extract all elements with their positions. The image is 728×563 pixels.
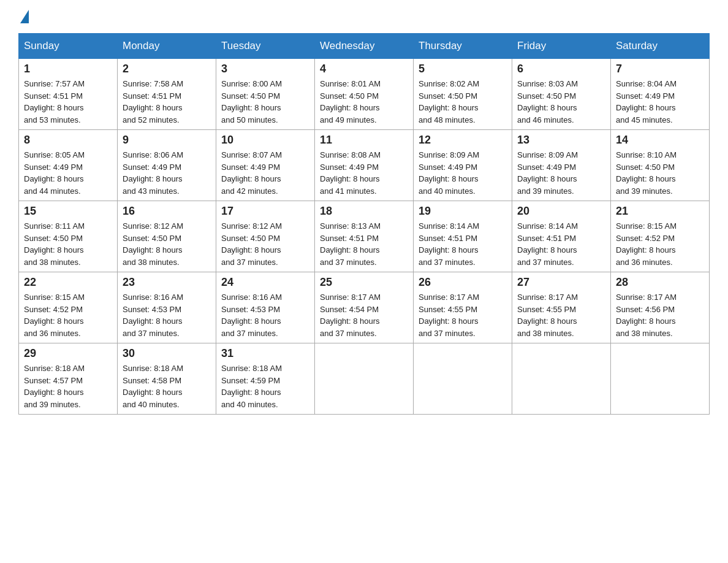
calendar-header-row: SundayMondayTuesdayWednesdayThursdayFrid…: [19, 34, 710, 59]
day-info: Sunrise: 8:05 AMSunset: 4:49 PMDaylight:…: [24, 149, 112, 197]
day-number: 11: [320, 134, 408, 147]
day-info: Sunrise: 8:08 AMSunset: 4:49 PMDaylight:…: [320, 149, 408, 197]
day-info: Sunrise: 8:15 AMSunset: 4:52 PMDaylight:…: [616, 220, 704, 268]
calendar-week-5: 29Sunrise: 8:18 AMSunset: 4:57 PMDayligh…: [19, 343, 710, 415]
calendar-cell: 7Sunrise: 8:04 AMSunset: 4:49 PMDaylight…: [611, 59, 710, 130]
calendar-cell: 1Sunrise: 7:57 AMSunset: 4:51 PMDaylight…: [19, 59, 118, 130]
day-number: 31: [221, 347, 309, 360]
day-info: Sunrise: 8:00 AMSunset: 4:50 PMDaylight:…: [221, 78, 309, 126]
calendar-cell: [414, 343, 512, 415]
day-info: Sunrise: 8:18 AMSunset: 4:59 PMDaylight:…: [221, 362, 309, 410]
logo-triangle-icon: [20, 10, 29, 23]
calendar-cell: 25Sunrise: 8:17 AMSunset: 4:54 PMDayligh…: [315, 272, 414, 343]
day-info: Sunrise: 8:03 AMSunset: 4:50 PMDaylight:…: [517, 78, 605, 126]
day-info: Sunrise: 8:17 AMSunset: 4:55 PMDaylight:…: [517, 291, 605, 339]
calendar-cell: 4Sunrise: 8:01 AMSunset: 4:50 PMDaylight…: [315, 59, 414, 130]
calendar-cell: [315, 343, 414, 415]
weekday-header-sunday: Sunday: [19, 34, 118, 59]
calendar-cell: 5Sunrise: 8:02 AMSunset: 4:50 PMDaylight…: [414, 59, 512, 130]
day-info: Sunrise: 8:09 AMSunset: 4:49 PMDaylight:…: [517, 149, 605, 197]
day-number: 20: [517, 205, 605, 218]
day-number: 10: [221, 134, 309, 147]
calendar-cell: 20Sunrise: 8:14 AMSunset: 4:51 PMDayligh…: [512, 201, 611, 272]
calendar-week-1: 1Sunrise: 7:57 AMSunset: 4:51 PMDaylight…: [19, 59, 710, 130]
day-info: Sunrise: 8:15 AMSunset: 4:52 PMDaylight:…: [24, 291, 112, 339]
calendar-week-2: 8Sunrise: 8:05 AMSunset: 4:49 PMDaylight…: [19, 130, 710, 201]
day-number: 12: [419, 134, 507, 147]
calendar-cell: 26Sunrise: 8:17 AMSunset: 4:55 PMDayligh…: [414, 272, 512, 343]
calendar-cell: 6Sunrise: 8:03 AMSunset: 4:50 PMDaylight…: [512, 59, 611, 130]
calendar-cell: 31Sunrise: 8:18 AMSunset: 4:59 PMDayligh…: [216, 343, 315, 415]
weekday-header-friday: Friday: [512, 34, 611, 59]
weekday-header-tuesday: Tuesday: [216, 34, 315, 59]
day-info: Sunrise: 8:12 AMSunset: 4:50 PMDaylight:…: [123, 220, 211, 268]
calendar-cell: 12Sunrise: 8:09 AMSunset: 4:49 PMDayligh…: [414, 130, 512, 201]
day-number: 13: [517, 134, 605, 147]
day-info: Sunrise: 8:10 AMSunset: 4:50 PMDaylight:…: [616, 149, 704, 197]
day-number: 4: [320, 63, 408, 75]
calendar-cell: 23Sunrise: 8:16 AMSunset: 4:53 PMDayligh…: [118, 272, 216, 343]
day-info: Sunrise: 8:12 AMSunset: 4:50 PMDaylight:…: [221, 220, 309, 268]
weekday-header-saturday: Saturday: [611, 34, 710, 59]
day-number: 8: [24, 134, 112, 147]
calendar-cell: 15Sunrise: 8:11 AMSunset: 4:50 PMDayligh…: [19, 201, 118, 272]
logo: [18, 12, 30, 21]
day-number: 6: [517, 63, 605, 75]
day-number: 26: [419, 276, 507, 289]
day-info: Sunrise: 7:57 AMSunset: 4:51 PMDaylight:…: [24, 78, 112, 126]
day-info: Sunrise: 8:18 AMSunset: 4:58 PMDaylight:…: [123, 362, 211, 410]
day-number: 25: [320, 276, 408, 289]
day-number: 9: [123, 134, 211, 147]
day-number: 2: [123, 63, 211, 75]
calendar-cell: 17Sunrise: 8:12 AMSunset: 4:50 PMDayligh…: [216, 201, 315, 272]
calendar-cell: 2Sunrise: 7:58 AMSunset: 4:51 PMDaylight…: [118, 59, 216, 130]
day-number: 7: [616, 63, 704, 75]
weekday-header-monday: Monday: [118, 34, 216, 59]
day-info: Sunrise: 8:09 AMSunset: 4:49 PMDaylight:…: [419, 149, 507, 197]
calendar-week-4: 22Sunrise: 8:15 AMSunset: 4:52 PMDayligh…: [19, 272, 710, 343]
calendar-cell: 11Sunrise: 8:08 AMSunset: 4:49 PMDayligh…: [315, 130, 414, 201]
calendar-cell: 14Sunrise: 8:10 AMSunset: 4:50 PMDayligh…: [611, 130, 710, 201]
calendar-cell: 30Sunrise: 8:18 AMSunset: 4:58 PMDayligh…: [118, 343, 216, 415]
weekday-header-wednesday: Wednesday: [315, 34, 414, 59]
day-number: 27: [517, 276, 605, 289]
calendar-cell: 16Sunrise: 8:12 AMSunset: 4:50 PMDayligh…: [118, 201, 216, 272]
day-info: Sunrise: 8:04 AMSunset: 4:49 PMDaylight:…: [616, 78, 704, 126]
day-info: Sunrise: 8:17 AMSunset: 4:55 PMDaylight:…: [419, 291, 507, 339]
day-number: 16: [123, 205, 211, 218]
day-number: 24: [221, 276, 309, 289]
day-info: Sunrise: 8:06 AMSunset: 4:49 PMDaylight:…: [123, 149, 211, 197]
day-info: Sunrise: 8:17 AMSunset: 4:54 PMDaylight:…: [320, 291, 408, 339]
day-number: 14: [616, 134, 704, 147]
calendar-cell: 29Sunrise: 8:18 AMSunset: 4:57 PMDayligh…: [19, 343, 118, 415]
day-info: Sunrise: 8:02 AMSunset: 4:50 PMDaylight:…: [419, 78, 507, 126]
day-number: 29: [24, 347, 112, 360]
calendar-cell: [611, 343, 710, 415]
day-info: Sunrise: 8:18 AMSunset: 4:57 PMDaylight:…: [24, 362, 112, 410]
calendar-cell: 22Sunrise: 8:15 AMSunset: 4:52 PMDayligh…: [19, 272, 118, 343]
calendar-cell: 8Sunrise: 8:05 AMSunset: 4:49 PMDaylight…: [19, 130, 118, 201]
calendar-cell: 27Sunrise: 8:17 AMSunset: 4:55 PMDayligh…: [512, 272, 611, 343]
day-info: Sunrise: 8:14 AMSunset: 4:51 PMDaylight:…: [517, 220, 605, 268]
calendar-cell: 28Sunrise: 8:17 AMSunset: 4:56 PMDayligh…: [611, 272, 710, 343]
calendar-week-3: 15Sunrise: 8:11 AMSunset: 4:50 PMDayligh…: [19, 201, 710, 272]
weekday-header-thursday: Thursday: [414, 34, 512, 59]
day-number: 28: [616, 276, 704, 289]
calendar-cell: 21Sunrise: 8:15 AMSunset: 4:52 PMDayligh…: [611, 201, 710, 272]
day-number: 18: [320, 205, 408, 218]
day-info: Sunrise: 8:07 AMSunset: 4:49 PMDaylight:…: [221, 149, 309, 197]
page-header: [18, 12, 710, 21]
day-info: Sunrise: 8:01 AMSunset: 4:50 PMDaylight:…: [320, 78, 408, 126]
day-info: Sunrise: 8:16 AMSunset: 4:53 PMDaylight:…: [221, 291, 309, 339]
day-number: 15: [24, 205, 112, 218]
calendar-cell: 10Sunrise: 8:07 AMSunset: 4:49 PMDayligh…: [216, 130, 315, 201]
calendar-cell: 9Sunrise: 8:06 AMSunset: 4:49 PMDaylight…: [118, 130, 216, 201]
calendar-cell: 19Sunrise: 8:14 AMSunset: 4:51 PMDayligh…: [414, 201, 512, 272]
day-info: Sunrise: 7:58 AMSunset: 4:51 PMDaylight:…: [123, 78, 211, 126]
day-number: 30: [123, 347, 211, 360]
day-info: Sunrise: 8:11 AMSunset: 4:50 PMDaylight:…: [24, 220, 112, 268]
day-number: 17: [221, 205, 309, 218]
calendar-table: SundayMondayTuesdayWednesdayThursdayFrid…: [18, 33, 710, 415]
day-number: 22: [24, 276, 112, 289]
day-info: Sunrise: 8:17 AMSunset: 4:56 PMDaylight:…: [616, 291, 704, 339]
